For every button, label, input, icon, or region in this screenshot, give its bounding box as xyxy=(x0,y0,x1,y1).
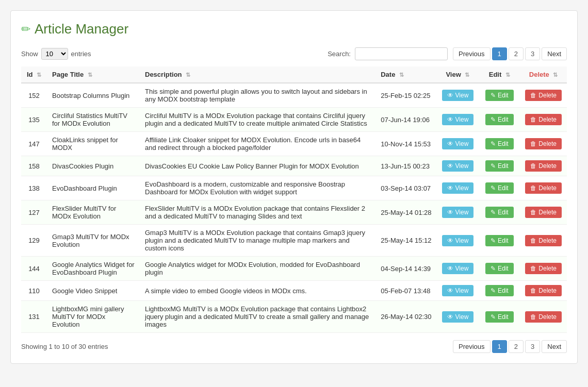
show-label: Show xyxy=(21,50,38,58)
edit-icon: ✎ xyxy=(491,162,496,170)
col-header-desc[interactable]: Description ⇅ xyxy=(140,66,375,83)
pagination-top-previous-button[interactable]: Previous xyxy=(453,47,491,60)
col-header-view[interactable]: View ⇅ xyxy=(437,66,479,83)
entries-select[interactable]: 10 25 50 100 xyxy=(41,48,68,60)
delete-button[interactable]: 🗑 Delete xyxy=(525,207,562,218)
cell-delete: 🗑 Delete xyxy=(520,301,567,333)
edit-button[interactable]: ✎ Edit xyxy=(485,285,514,296)
eye-icon: 👁 xyxy=(447,116,453,123)
trash-icon: 🗑 xyxy=(530,237,536,244)
pagination-top-page-2[interactable]: 2 xyxy=(509,47,524,60)
trash-icon: 🗑 xyxy=(530,184,536,192)
table-row: 144 Google Analytics Widget for EvoDashb… xyxy=(21,257,567,281)
pagination-bottom-previous-button[interactable]: Previous xyxy=(453,340,491,353)
delete-button[interactable]: 🗑 Delete xyxy=(525,160,562,172)
trash-icon: 🗑 xyxy=(530,287,536,294)
col-header-delete[interactable]: Delete ⇅ xyxy=(520,66,567,83)
delete-button[interactable]: 🗑 Delete xyxy=(525,263,562,274)
cell-date: 07-Jun-14 19:06 xyxy=(375,108,436,132)
sort-icon-view: ⇅ xyxy=(465,72,469,78)
sort-icon-desc: ⇅ xyxy=(186,72,190,78)
trash-icon: 🗑 xyxy=(530,265,536,272)
delete-button[interactable]: 🗑 Delete xyxy=(525,285,562,296)
pagination-bottom-page-1[interactable]: 1 xyxy=(492,340,507,353)
edit-button[interactable]: ✎ Edit xyxy=(485,90,514,101)
sort-icon-title: ⇅ xyxy=(88,72,92,78)
edit-icon: ✎ xyxy=(491,313,496,321)
view-button[interactable]: 👁 View xyxy=(442,285,474,296)
pagination-bottom-next-button[interactable]: Next xyxy=(542,340,567,353)
delete-button[interactable]: 🗑 Delete xyxy=(525,235,562,246)
edit-button[interactable]: ✎ Edit xyxy=(485,311,514,323)
eye-icon: 👁 xyxy=(447,209,453,216)
table-row: 147 CloakLinks snippet for MODX Affiliat… xyxy=(21,132,567,156)
trash-icon: 🗑 xyxy=(530,313,536,321)
view-button[interactable]: 👁 View xyxy=(442,114,474,125)
edit-button[interactable]: ✎ Edit xyxy=(485,138,514,149)
edit-button[interactable]: ✎ Edit xyxy=(485,207,514,218)
table-row: 110 Google Video Snippet A simple video … xyxy=(21,281,567,301)
pagination-bottom-page-3[interactable]: 3 xyxy=(525,340,540,353)
page-header: ✏ Article Manager xyxy=(21,21,567,37)
cell-title: Bootstrap Columns Plugin xyxy=(47,83,140,108)
view-button[interactable]: 👁 View xyxy=(442,182,474,194)
col-header-date[interactable]: Date ⇅ xyxy=(375,66,436,83)
view-button[interactable]: 👁 View xyxy=(442,138,474,149)
col-header-id[interactable]: Id ⇅ xyxy=(21,66,47,83)
edit-button[interactable]: ✎ Edit xyxy=(485,160,514,172)
view-button[interactable]: 👁 View xyxy=(442,263,474,274)
pagination-top-next-button[interactable]: Next xyxy=(542,47,567,60)
delete-button[interactable]: 🗑 Delete xyxy=(525,114,562,125)
delete-button[interactable]: 🗑 Delete xyxy=(525,311,562,323)
page-container: ✏ Article Manager Show 10 25 50 100 entr… xyxy=(10,10,578,364)
view-button[interactable]: 👁 View xyxy=(442,160,474,172)
view-button[interactable]: 👁 View xyxy=(442,90,474,101)
cell-id: 147 xyxy=(21,132,47,156)
page-title-text: Article Manager xyxy=(35,21,128,37)
cell-view: 👁 View xyxy=(437,200,479,225)
table-body: 152 Bootstrap Columns Plugin This simple… xyxy=(21,83,567,333)
delete-button[interactable]: 🗑 Delete xyxy=(525,182,562,194)
table-row: 131 LightboxMG mini gallery MultiTV for … xyxy=(21,301,567,333)
cell-delete: 🗑 Delete xyxy=(520,176,567,200)
table-row: 138 EvoDashboard Plugin EvoDashboard is … xyxy=(21,176,567,200)
delete-button[interactable]: 🗑 Delete xyxy=(525,138,562,149)
cell-edit: ✎ Edit xyxy=(479,257,520,281)
pagination-top-page-3[interactable]: 3 xyxy=(525,47,540,60)
cell-id: 152 xyxy=(21,83,47,108)
search-area: Search: xyxy=(328,47,448,60)
showing-text: Showing 1 to 10 of 30 entries xyxy=(21,343,108,350)
search-label: Search: xyxy=(328,50,351,58)
table-header-row: Id ⇅ Page Title ⇅ Description ⇅ Date ⇅ V… xyxy=(21,66,567,83)
cell-title: LightboxMG mini gallery MultiTV for MODx… xyxy=(47,301,140,333)
col-header-edit[interactable]: Edit ⇅ xyxy=(479,66,520,83)
edit-icon: ✎ xyxy=(491,92,496,99)
view-button[interactable]: 👁 View xyxy=(442,207,474,218)
edit-button[interactable]: ✎ Edit xyxy=(485,263,514,274)
edit-icon: ✎ xyxy=(491,184,496,192)
view-button[interactable]: 👁 View xyxy=(442,235,474,246)
cell-date: 13-Jun-15 00:23 xyxy=(375,156,436,176)
delete-button[interactable]: 🗑 Delete xyxy=(525,90,562,101)
col-header-title[interactable]: Page Title ⇅ xyxy=(47,66,140,83)
pagination-bottom-page-2[interactable]: 2 xyxy=(509,340,524,353)
cell-edit: ✎ Edit xyxy=(479,156,520,176)
eye-icon: 👁 xyxy=(447,184,453,192)
cell-id: 135 xyxy=(21,108,47,132)
entries-label: entries xyxy=(71,50,91,58)
search-input[interactable] xyxy=(355,47,448,60)
edit-icon: ✎ xyxy=(491,116,496,123)
edit-button[interactable]: ✎ Edit xyxy=(485,182,514,194)
edit-button[interactable]: ✎ Edit xyxy=(485,235,514,246)
cell-edit: ✎ Edit xyxy=(479,176,520,200)
cell-id: 129 xyxy=(21,225,47,257)
cell-view: 👁 View xyxy=(437,257,479,281)
edit-button[interactable]: ✎ Edit xyxy=(485,114,514,125)
cell-view: 👁 View xyxy=(437,108,479,132)
cell-view: 👁 View xyxy=(437,132,479,156)
cell-title: Google Video Snippet xyxy=(47,281,140,301)
cell-title: CloakLinks snippet for MODX xyxy=(47,132,140,156)
pagination-top-page-1[interactable]: 1 xyxy=(492,47,507,60)
view-button[interactable]: 👁 View xyxy=(442,311,474,323)
edit-icon: ✎ xyxy=(491,237,496,244)
